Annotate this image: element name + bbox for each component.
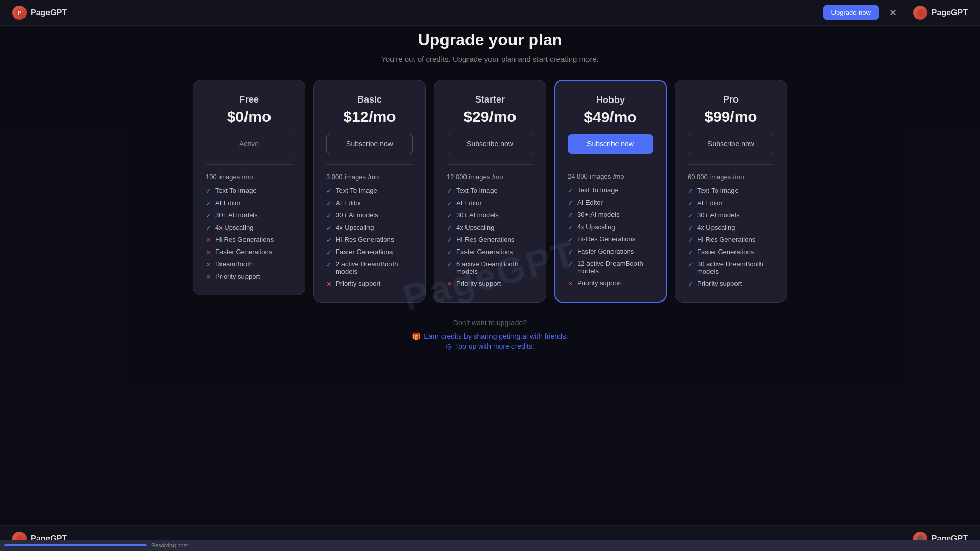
feature-item-starter-7: ✕Priority support: [447, 280, 533, 288]
features-list-basic: ✓Text To Image✓AI Editor✓30+ AI models✓4…: [326, 187, 413, 288]
logo-area-right: PageGPT: [913, 6, 968, 20]
feature-label-pro-0: Text To Image: [697, 187, 739, 194]
check-icon: ✓: [688, 248, 693, 256]
close-icon[interactable]: ✕: [889, 7, 897, 18]
feature-item-pro-0: ✓Text To Image: [688, 187, 774, 195]
feature-item-starter-1: ✓AI Editor: [447, 199, 533, 207]
earn-credits-label: Earn credits by sharing getimg.ai with f…: [424, 332, 568, 340]
modal-overlay: Upgrade your plan You're out of credits.…: [0, 0, 980, 551]
feature-label-free-2: 30+ AI models: [215, 211, 258, 219]
dont-upgrade-text: Don't want to upgrade?: [412, 319, 568, 327]
feature-item-free-5: ✕Faster Generations: [206, 248, 292, 256]
check-icon: ✓: [688, 280, 693, 288]
check-icon: ✓: [568, 260, 573, 268]
feature-item-free-3: ✓4x Upscaling: [206, 223, 292, 232]
feature-item-free-2: ✓30+ AI models: [206, 211, 292, 219]
check-icon: ✓: [568, 236, 573, 243]
feature-label-free-0: Text To Image: [215, 187, 257, 194]
features-list-free: ✓Text To Image✓AI Editor✓30+ AI models✓4…: [206, 187, 292, 281]
check-icon: ✓: [688, 224, 693, 232]
feature-item-free-1: ✓AI Editor: [206, 199, 292, 207]
check-icon: ✓: [447, 224, 452, 232]
cross-icon: ✕: [206, 273, 211, 281]
upgrade-button[interactable]: Upgrade now: [823, 5, 879, 20]
feature-label-free-4: Hi-Res Generations: [215, 236, 274, 243]
check-icon: ✓: [326, 261, 332, 268]
features-list-pro: ✓Text To Image✓AI Editor✓30+ AI models✓4…: [688, 187, 774, 288]
plan-name-basic: Basic: [326, 94, 413, 105]
feature-label-free-7: Priority support: [215, 272, 260, 280]
check-icon: ✓: [568, 187, 573, 194]
check-icon: ✓: [568, 199, 573, 207]
plan-divider-hobby: [568, 164, 653, 164]
plan-btn-free: Active: [206, 134, 292, 154]
plan-btn-hobby[interactable]: Subscribe now: [568, 134, 653, 154]
feature-label-pro-1: AI Editor: [697, 199, 723, 207]
modal-subtitle: You're out of credits. Upgrade your plan…: [381, 55, 599, 63]
feature-label-basic-1: AI Editor: [336, 199, 361, 207]
check-icon: ✓: [206, 212, 211, 219]
check-icon: ✓: [688, 236, 693, 244]
feature-label-starter-3: 4x Upscaling: [456, 223, 494, 231]
feature-label-starter-0: Text To Image: [456, 187, 498, 194]
plan-name-free: Free: [206, 94, 292, 105]
feature-label-free-6: DreamBooth: [215, 260, 253, 268]
check-icon: ✓: [447, 212, 452, 219]
check-icon: ✓: [688, 187, 693, 195]
check-icon: ✓: [568, 223, 573, 231]
check-icon: ✓: [447, 187, 452, 195]
feature-item-pro-7: ✓Priority support: [688, 280, 774, 288]
plan-card-free: Free$0/moActive100 images /mo✓Text To Im…: [193, 80, 305, 295]
top-bar-right: Upgrade now ✕ PageGPT: [823, 5, 968, 20]
feature-item-starter-0: ✓Text To Image: [447, 187, 533, 195]
feature-item-hobby-7: ✕Priority support: [568, 279, 653, 287]
images-count-basic: 3 000 images /mo: [326, 173, 413, 181]
topup-link[interactable]: ◎ Top up with more credits.: [412, 342, 568, 350]
plan-card-hobby: Hobby$49/moSubscribe now24 000 images /m…: [554, 80, 667, 303]
feature-label-pro-3: 4x Upscaling: [697, 223, 735, 231]
feature-label-hobby-0: Text To Image: [577, 186, 619, 194]
plan-btn-starter[interactable]: Subscribe now: [447, 134, 533, 154]
feature-label-basic-2: 30+ AI models: [336, 211, 378, 219]
feature-label-hobby-3: 4x Upscaling: [577, 223, 615, 231]
cross-icon: ✕: [206, 248, 211, 256]
check-icon: ✓: [568, 248, 573, 256]
check-icon: ✓: [326, 248, 332, 256]
feature-label-pro-6: 30 active DreamBooth models: [697, 260, 774, 276]
check-icon: ✓: [568, 211, 573, 219]
topup-label: Top up with more credits.: [455, 342, 534, 350]
status-bar: Resolving host...: [0, 540, 980, 551]
check-icon: ✓: [326, 224, 332, 232]
plan-btn-pro[interactable]: Subscribe now: [688, 134, 774, 154]
modal-header: Upgrade your plan You're out of credits.…: [381, 31, 599, 63]
plan-divider-free: [206, 164, 292, 165]
feature-label-hobby-6: 12 active DreamBooth models: [577, 260, 653, 275]
app-name-right: PageGPT: [932, 8, 968, 17]
images-count-pro: 60 000 images /mo: [688, 173, 774, 181]
check-icon: ✓: [326, 199, 332, 207]
earn-credits-link[interactable]: 🎁 Earn credits by sharing getimg.ai with…: [412, 332, 568, 340]
plan-card-starter: Starter$29/moSubscribe now12 000 images …: [434, 80, 546, 303]
feature-label-free-1: AI Editor: [215, 199, 241, 207]
feature-label-starter-1: AI Editor: [456, 199, 482, 207]
cross-icon: ✕: [326, 280, 332, 288]
feature-label-starter-2: 30+ AI models: [456, 211, 499, 219]
feature-label-pro-4: Hi-Res Generations: [697, 236, 755, 243]
feature-label-pro-7: Priority support: [697, 280, 742, 287]
feature-item-basic-5: ✓Faster Generations: [326, 248, 413, 256]
feature-item-starter-5: ✓Faster Generations: [447, 248, 533, 256]
feature-item-free-0: ✓Text To Image: [206, 187, 292, 195]
feature-label-hobby-1: AI Editor: [577, 198, 603, 206]
modal-title: Upgrade your plan: [381, 31, 599, 49]
check-icon: ✓: [447, 236, 452, 244]
plan-price-pro: $99/mo: [688, 108, 774, 126]
plan-btn-basic[interactable]: Subscribe now: [326, 134, 413, 154]
feature-item-hobby-5: ✓Faster Generations: [568, 247, 653, 256]
plan-name-starter: Starter: [447, 94, 533, 105]
feature-label-pro-5: Faster Generations: [697, 248, 754, 256]
plan-card-basic: Basic$12/moSubscribe now3 000 images /mo…: [313, 80, 426, 303]
feature-label-basic-7: Priority support: [336, 280, 380, 287]
feature-item-pro-4: ✓Hi-Res Generations: [688, 236, 774, 244]
feature-label-pro-2: 30+ AI models: [697, 211, 740, 219]
feature-item-pro-1: ✓AI Editor: [688, 199, 774, 207]
